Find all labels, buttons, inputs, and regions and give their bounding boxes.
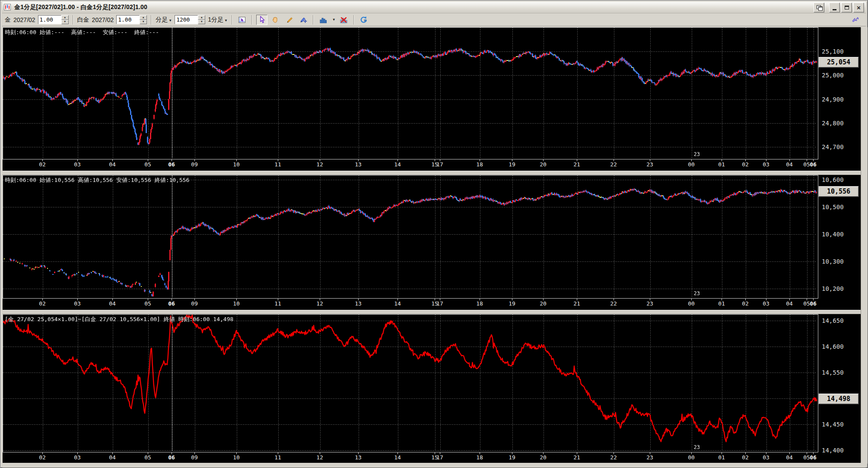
- gold-contract-month[interactable]: 2027/02: [13, 16, 35, 23]
- price-tick-label: 10,300: [822, 258, 844, 265]
- date-marker: 23: [693, 151, 699, 157]
- hour-label: 01: [718, 300, 725, 307]
- hour-label: 09: [191, 300, 198, 307]
- minimize-icon: [833, 9, 836, 10]
- hour-label: 13: [355, 161, 362, 168]
- panel-divider[interactable]: [3, 171, 862, 175]
- hour-label: 14: [394, 161, 401, 168]
- hour-label: 20: [540, 454, 547, 461]
- maximize-button[interactable]: [841, 3, 852, 13]
- remove-chart-button[interactable]: [338, 15, 350, 25]
- interval-dropdown[interactable]: 分足▼: [156, 16, 172, 24]
- select-tool-button[interactable]: [256, 15, 267, 25]
- hour-label: 03: [74, 300, 81, 307]
- bar-chart-icon: [320, 16, 327, 23]
- price-tick-label: 14,450: [822, 421, 844, 428]
- hand-icon: [272, 16, 279, 23]
- gold-chart-panel: 時刻:06:00 始値:--- 高値:--- 安値:--- 終値:--- 23 …: [3, 27, 862, 171]
- bar-count-value[interactable]: 1200: [175, 15, 198, 24]
- chart-cursor-button[interactable]: [236, 15, 248, 25]
- platinum-ratio-down-button[interactable]: ▼: [140, 20, 147, 25]
- current-price-box: 10,556: [819, 186, 858, 197]
- gold-ratio-spinner[interactable]: 1.00 ▲▼: [38, 15, 69, 24]
- hour-label: 01: [718, 454, 725, 461]
- toolbar-separator: [313, 15, 314, 25]
- hour-label: 09: [191, 454, 198, 461]
- hour-label: 02: [39, 300, 46, 307]
- spread-chart-panel: [金 27/02 25,054×1.00]−[白金 27/02 10,556×1…: [3, 314, 862, 464]
- gold-ratio-down-button[interactable]: ▼: [61, 20, 69, 25]
- hour-label: 10: [233, 454, 240, 461]
- hour-label: 11: [274, 454, 281, 461]
- reload-button[interactable]: R: [358, 15, 369, 25]
- price-tick-label: 14,600: [822, 343, 844, 350]
- spread-time-axis: 0203040506091011121314151718192021222300…: [3, 452, 818, 464]
- hour-label: 21: [573, 300, 580, 307]
- bar-count-spinner[interactable]: 1200 ▲▼: [175, 15, 205, 24]
- spread-info-line: [金 27/02 25,054×1.00]−[白金 27/02 10,556×1…: [5, 315, 233, 323]
- platinum-ratio-value[interactable]: 1.00: [116, 15, 140, 24]
- pan-tool-button[interactable]: [270, 15, 281, 25]
- platinum-time-axis: 0203040506091011121314151718192021222300…: [3, 299, 818, 310]
- hour-label: 14: [394, 300, 401, 307]
- title-bar[interactable]: 金1分足[2027/02]1.00 - 白金1分足[2027/02]1.00 ×: [2, 2, 866, 13]
- hour-label: 04: [786, 161, 793, 168]
- hour-label: 18: [476, 454, 483, 461]
- draw-tool-button[interactable]: [284, 15, 295, 25]
- price-tick-label: 10,400: [822, 231, 844, 238]
- platinum-price-scale[interactable]: 10,60010,50010,40010,30010,20010,556: [818, 175, 862, 310]
- close-button[interactable]: ×: [853, 3, 864, 13]
- bar-count-up-button[interactable]: ▲: [198, 15, 205, 20]
- hour-label: 01: [718, 161, 725, 168]
- chart-type-chevron-icon[interactable]: ▼: [332, 18, 336, 22]
- price-tick-label: 14,650: [822, 317, 844, 324]
- hour-label: 13: [355, 300, 362, 307]
- marker-move-icon: [299, 16, 307, 23]
- hour-label: 04: [786, 454, 793, 461]
- hour-label: 10: [233, 161, 240, 168]
- restore-group-button[interactable]: [814, 3, 824, 13]
- platinum-candles-canvas: [3, 175, 817, 297]
- bar-count-down-button[interactable]: ▼: [198, 20, 205, 25]
- minimize-button[interactable]: [829, 3, 840, 13]
- close-icon: ×: [857, 4, 861, 11]
- hour-label: 14: [394, 454, 401, 461]
- maximize-icon: [845, 6, 849, 10]
- period-dropdown[interactable]: 1分足▼: [208, 16, 228, 24]
- hour-label: 02: [39, 454, 46, 461]
- toolbar-separator: [251, 15, 252, 25]
- gold-ratio-value[interactable]: 1.00: [38, 15, 61, 24]
- hour-label: 04: [109, 161, 116, 168]
- hour-label: 09: [191, 161, 198, 168]
- hour-label: 05: [144, 300, 151, 307]
- date-marker: 23: [693, 290, 699, 296]
- chart-type-button[interactable]: [318, 15, 329, 25]
- hour-label: 20: [540, 161, 547, 168]
- spread-plot-area[interactable]: [金 27/02 25,054×1.00]−[白金 27/02 10,556×1…: [3, 314, 818, 452]
- settings-button[interactable]: [849, 15, 861, 25]
- panel-divider[interactable]: [3, 310, 862, 314]
- platinum-ratio-spinner[interactable]: 1.00 ▲▼: [116, 15, 147, 24]
- platinum-contract-month[interactable]: 2027/02: [92, 16, 114, 23]
- toolbar-separator: [353, 15, 354, 25]
- pencil-icon: [286, 16, 293, 23]
- hour-label: 06: [810, 161, 817, 168]
- platinum-ratio-up-button[interactable]: ▲: [140, 15, 147, 20]
- spread-price-scale[interactable]: 14,65014,60014,55014,50014,45014,40014,4…: [818, 314, 862, 464]
- hour-label: 00: [688, 454, 695, 461]
- hour-label: 06: [168, 161, 175, 168]
- gold-ratio-up-button[interactable]: ▲: [61, 15, 69, 20]
- wrench-icon: [852, 16, 859, 23]
- marker-tool-button[interactable]: [298, 15, 309, 25]
- hour-label: 02: [742, 161, 749, 168]
- platinum-plot-area[interactable]: 時刻:06:00 始値:10,556 高値:10,556 安値:10,556 終…: [3, 175, 818, 299]
- hour-label: 19: [509, 161, 515, 168]
- gold-time-axis: 0203040506091011121314151718192021222300…: [3, 159, 818, 171]
- hour-label: 17: [436, 161, 443, 168]
- hour-label: 02: [39, 161, 46, 168]
- price-tick-label: 14,400: [822, 447, 844, 454]
- gold-price-scale[interactable]: 25,10025,00024,90024,80024,70025,054: [818, 27, 862, 171]
- window-title: 金1分足[2027/02]1.00 - 白金1分足[2027/02]1.00: [14, 3, 147, 11]
- gold-plot-area[interactable]: 時刻:06:00 始値:--- 高値:--- 安値:--- 終値:--- 23: [3, 27, 818, 159]
- hour-label: 00: [688, 300, 695, 307]
